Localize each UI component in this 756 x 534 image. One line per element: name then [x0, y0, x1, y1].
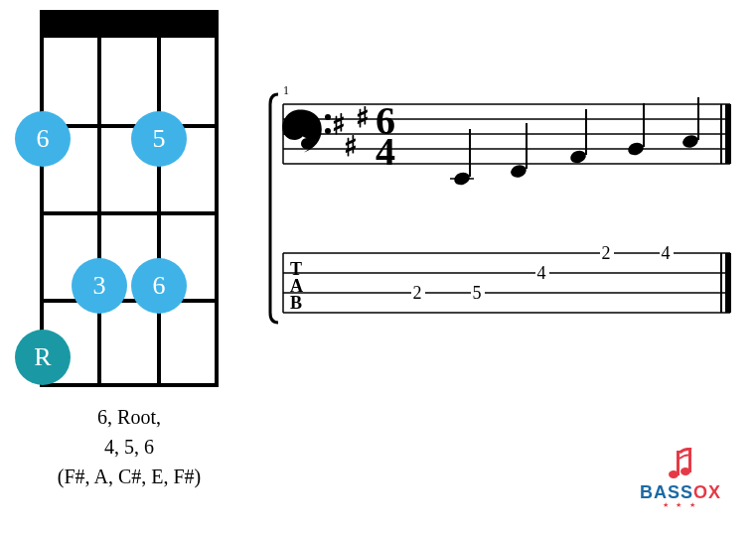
- chord-label-line1: 6, Root,: [15, 402, 243, 432]
- bassox-logo: BASSOX ★ ★ ★: [640, 445, 721, 509]
- fret-4: [40, 383, 219, 387]
- nut: [40, 10, 219, 38]
- music-notation: 1 ♯ ♯ ♯ 6 4: [268, 79, 745, 341]
- svg-point-23: [681, 133, 700, 149]
- svg-text:♯: ♯: [344, 131, 358, 162]
- svg-point-7: [325, 128, 331, 134]
- key-signature: ♯ ♯ ♯: [332, 102, 370, 162]
- svg-text:4: 4: [376, 129, 395, 174]
- fretboard-diagram: 6536R 6, Root, 4, 5, 6 (F#, A, C#, E, F#…: [15, 10, 243, 491]
- fret-dot-2: 3: [72, 258, 127, 314]
- logo-stars: ★ ★ ★: [663, 501, 699, 509]
- chord-label-line2: 4, 5, 6: [15, 432, 243, 462]
- svg-point-21: [627, 141, 646, 157]
- bass-clef-icon: [282, 109, 331, 152]
- svg-text:B: B: [290, 293, 302, 313]
- svg-point-17: [510, 163, 529, 179]
- tab-note-0: 2: [413, 283, 422, 303]
- svg-rect-45: [688, 448, 691, 472]
- string-1: [215, 10, 219, 387]
- system-bracket: [270, 94, 278, 323]
- measure-number: 1: [283, 83, 289, 97]
- chord-label-line3: (F#, A, C#, E, F#): [15, 462, 243, 491]
- fret-3: [40, 299, 219, 303]
- notation-svg: 1 ♯ ♯ ♯ 6 4: [268, 79, 745, 337]
- tab-note-1: 5: [473, 283, 482, 303]
- svg-rect-44: [677, 451, 680, 475]
- fret-dot-1: 5: [131, 111, 187, 167]
- tab-note-3: 2: [602, 243, 611, 263]
- string-3: [97, 10, 101, 387]
- chord-label: 6, Root, 4, 5, 6 (F#, A, C#, E, F#): [15, 402, 243, 491]
- fret-2: [40, 211, 219, 215]
- tab-label: T A B: [290, 259, 303, 313]
- time-signature: 6 4: [376, 98, 395, 174]
- tab-note-2: 4: [537, 263, 546, 283]
- fret-dot-4: R: [15, 330, 71, 385]
- svg-rect-26: [725, 104, 731, 164]
- svg-rect-41: [725, 253, 731, 313]
- fret-dot-0: 6: [15, 111, 71, 167]
- fretboard: 6536R: [40, 10, 219, 387]
- string-2: [157, 10, 161, 387]
- svg-text:♯: ♯: [356, 102, 370, 133]
- notes-group: [450, 97, 699, 187]
- tab-note-4: 4: [662, 243, 671, 263]
- final-barline-tab: [721, 253, 731, 313]
- fret-dot-3: 6: [131, 258, 187, 314]
- svg-point-19: [569, 149, 588, 165]
- logo-bass-icon: [664, 445, 697, 482]
- svg-point-6: [325, 114, 331, 120]
- logo-text: BASSOX: [640, 482, 721, 503]
